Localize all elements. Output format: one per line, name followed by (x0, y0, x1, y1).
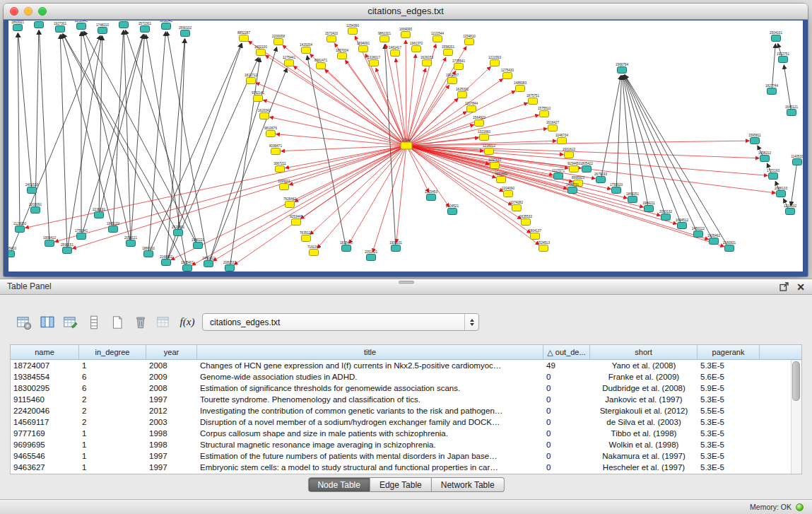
graph-node[interactable]: 1620342 (258, 109, 271, 119)
graph-node[interactable]: 1572420 (325, 32, 338, 42)
table-settings-icon[interactable] (14, 313, 34, 332)
graph-node[interactable]: 2200058 (272, 35, 285, 45)
new-table-icon[interactable] (107, 313, 127, 332)
graph-node[interactable]: 1275430 (501, 69, 514, 79)
graph-node[interactable]: 1601612 (563, 148, 575, 158)
graph-node[interactable]: 1099011 (278, 180, 290, 190)
vertical-scrollbar[interactable] (791, 360, 801, 474)
tab-node-table[interactable]: Node Table (307, 477, 370, 492)
graph-node[interactable]: 1863251 (626, 192, 639, 203)
graph-node[interactable]: 1772193 (767, 169, 779, 180)
graph-node[interactable]: 1420204 (300, 43, 312, 54)
graph-node[interactable]: 9752141 (252, 91, 264, 102)
table-cell[interactable]: de Silva et al. (2003) (590, 416, 698, 428)
graph-node[interactable]: 1905132 (107, 222, 119, 233)
table-cell[interactable]: 5.3E-5 (698, 360, 760, 371)
graph-node[interactable]: 1810712 (245, 74, 257, 84)
table-cell[interactable]: 5.3E-5 (698, 450, 760, 462)
table-row[interactable]: 1938455462009Genome-wide association stu… (11, 371, 801, 382)
function-builder-icon[interactable]: f(x) (177, 313, 197, 332)
memory-indicator[interactable] (796, 503, 804, 511)
table-row[interactable]: 946554611997Estimation of the future num… (11, 450, 801, 462)
table-cell[interactable]: Franke et al. (2009) (590, 371, 698, 382)
graph-node[interactable]: 2590151 (61, 243, 73, 254)
graph-node[interactable]: 1984211 (642, 201, 655, 212)
table-row[interactable]: 911546021997Tourette syndrome. Phenomeno… (11, 394, 801, 405)
table-cell[interactable]: 2003 (146, 416, 197, 428)
table-cell[interactable]: 0 (543, 394, 590, 405)
graph-node[interactable]: 1906410 (43, 236, 56, 247)
graph-node[interactable]: 17240 (401, 139, 412, 150)
graph-node[interactable]: 1595811 (748, 134, 761, 144)
show-columns-icon[interactable] (37, 313, 57, 332)
graph-node[interactable]: 9861321 (378, 32, 391, 42)
table-cell[interactable]: Tibbo et al. (1998) (590, 428, 698, 439)
graph-node[interactable]: 2064521 (33, 21, 45, 28)
table-cell[interactable]: 1997 (146, 462, 197, 473)
graph-node[interactable]: 1880110 (142, 247, 155, 257)
graph-node[interactable]: 1804137 (529, 229, 541, 240)
table-cell[interactable]: 0 (543, 439, 590, 450)
table-cell[interactable]: 9777169 (11, 428, 79, 439)
graph-node[interactable]: 1966794 (616, 63, 628, 74)
graph-node[interactable]: 1645121 (785, 105, 798, 116)
table-row[interactable]: 977716911998Corpus callosum shape and si… (11, 428, 801, 439)
table-cell[interactable]: 5.9E-5 (698, 382, 760, 394)
graph-node[interactable]: 1154810 (463, 35, 476, 45)
graph-node[interactable]: 2690102 (179, 26, 192, 37)
zoom-window-button[interactable] (38, 7, 47, 16)
table-cell[interactable]: 5.3E-5 (698, 416, 760, 428)
graph-node[interactable]: 1961370 (410, 42, 423, 52)
table-cell[interactable]: 0 (543, 462, 590, 473)
graph-node[interactable]: 1575510 (538, 107, 551, 117)
network-view[interactable]: 1724018107129752141162034298106768099471… (8, 21, 803, 271)
graph-node[interactable]: 1558201 (442, 45, 454, 56)
table-row[interactable]: 1830029562008Estimation of significance … (11, 382, 801, 394)
column-header[interactable]: short (590, 345, 698, 359)
table-cell[interactable]: 49 (543, 360, 590, 371)
table-cell[interactable]: 5.6E-5 (698, 371, 760, 382)
column-header[interactable]: name (11, 345, 79, 359)
graph-node[interactable]: 1626153 (420, 56, 433, 66)
table-cell[interactable]: 2009 (146, 371, 197, 382)
panel-resize-grip[interactable] (399, 281, 414, 284)
table-cell[interactable]: Structural magnetic resonance image aver… (197, 439, 543, 450)
table-cell[interactable]: 18300295 (11, 382, 79, 394)
table-cell[interactable]: 1998 (146, 439, 197, 450)
graph-node[interactable]: 1602100 (254, 45, 267, 56)
import-table-icon[interactable] (154, 313, 174, 332)
table-cell[interactable]: 5.3E-5 (698, 462, 760, 473)
graph-node[interactable]: 1658212 (758, 151, 771, 162)
graph-node[interactable]: 2160902 (160, 255, 172, 266)
table-cell[interactable]: Yano et al. (2008) (590, 360, 698, 371)
table-cell[interactable]: Wolkin et al. (1998) (590, 439, 698, 450)
table-cell[interactable]: Estimation of significance thresholds fo… (197, 382, 543, 394)
graph-node[interactable]: 8852287 (237, 31, 250, 42)
column-header[interactable]: title (197, 345, 543, 359)
table-cell[interactable]: 0 (543, 371, 590, 382)
table-cell[interactable]: 6 (79, 382, 146, 394)
graph-node[interactable]: 1216012 (483, 144, 495, 155)
graph-node[interactable]: 1905462 (707, 234, 720, 245)
delete-table-icon[interactable] (131, 313, 151, 332)
table-cell[interactable]: Investigating the contribution of common… (197, 405, 543, 416)
graph-node[interactable]: 1927301 (54, 22, 66, 33)
table-cell[interactable]: 6 (79, 371, 146, 382)
network-canvas[interactable]: 1724018107129752141162034298106768099471… (8, 21, 803, 271)
table-cell[interactable]: 2008 (146, 360, 197, 371)
table-cell[interactable]: Corpus callosum shape and size in male p… (197, 428, 543, 439)
table-row[interactable]: 1456911722003Disruption of a novel membe… (11, 416, 801, 428)
graph-node[interactable]: 1905401 (181, 261, 194, 271)
row-height-icon[interactable] (84, 313, 104, 332)
column-header[interactable]: △ out_de... (543, 345, 590, 359)
graph-node[interactable]: 2093132 (659, 210, 672, 221)
graph-node[interactable]: 1875751 (526, 94, 539, 105)
graph-node[interactable]: 1901237 (446, 74, 459, 84)
graph-node[interactable]: 1221593 (488, 56, 501, 66)
graph-node[interactable]: 7850830 (495, 173, 507, 183)
graph-node[interactable]: 1275441 (283, 56, 295, 66)
graph-node[interactable]: 1207844 (465, 102, 478, 112)
table-cell[interactable]: 0 (543, 405, 590, 416)
graph-node[interactable]: 1748210 (96, 23, 109, 34)
graph-node[interactable]: 1221544 (431, 32, 444, 42)
